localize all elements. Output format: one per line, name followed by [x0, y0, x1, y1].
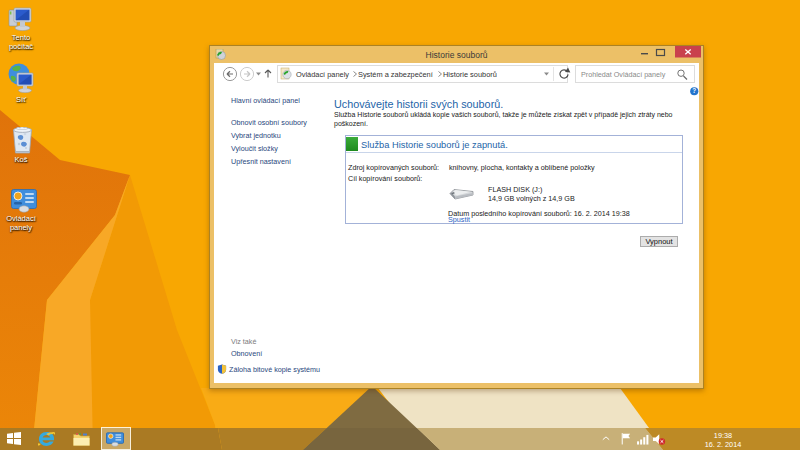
- svg-text:?: ?: [692, 87, 696, 94]
